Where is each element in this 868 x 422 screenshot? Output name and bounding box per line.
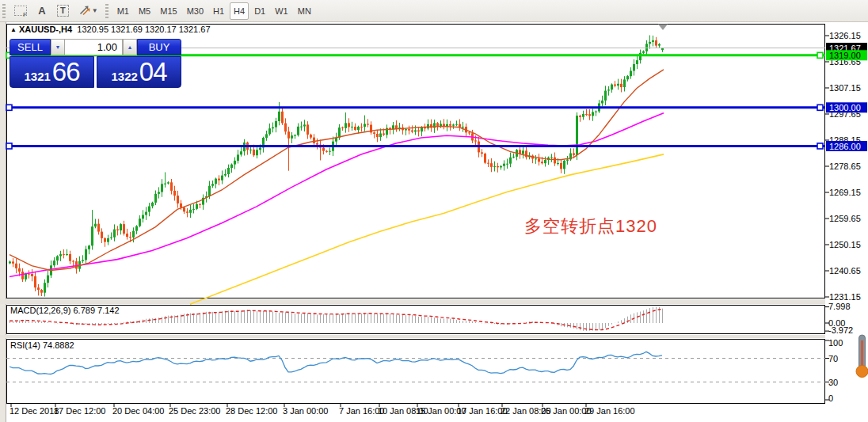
volume-decrease-button[interactable]: ▼: [51, 39, 65, 55]
svg-text:1269.15: 1269.15: [829, 188, 861, 197]
sell-price-button[interactable]: 1321 66: [10, 56, 94, 88]
ohlc-values: 1320.95 1321.69 1320.17 1321.67: [77, 25, 210, 34]
svg-text:20 Dec 04:00: 20 Dec 04:00: [112, 406, 164, 416]
timeframe-button-h4[interactable]: H4: [230, 2, 249, 20]
svg-text:12 Dec 2018: 12 Dec 2018: [10, 406, 59, 416]
svg-text:1286.00: 1286.00: [829, 142, 861, 151]
symbol-ohlc-header: ▲XAUUSD-,H4 1320.95 1321.69 1320.17 1321…: [10, 25, 211, 34]
timeframe-button-m15[interactable]: M15: [156, 2, 181, 20]
textbox-button[interactable]: T: [53, 2, 73, 20]
fibonacci-grid-icon: F: [14, 6, 27, 16]
timeframe-button-d1[interactable]: D1: [250, 2, 269, 20]
collapse-panel-icon[interactable]: ▲: [10, 26, 17, 33]
svg-text:1259.65: 1259.65: [829, 214, 861, 223]
fibonacci-grid-button[interactable]: F: [10, 2, 31, 20]
svg-text:25 Dec 23:00: 25 Dec 23:00: [169, 406, 220, 416]
volume-increase-button[interactable]: ▲: [123, 39, 137, 55]
timeframe-button-w1[interactable]: W1: [271, 2, 292, 20]
time-axis: 12 Dec 201817 Dec 12:0020 Dec 04:0025 De…: [10, 404, 635, 416]
toolbar: F A T ▼ M1M5M15M30H1H4D1W1MN: [0, 0, 868, 22]
svg-text:7.998: 7.998: [828, 302, 851, 311]
textbox-icon: T: [57, 5, 69, 17]
macd-label: MACD(12,26,9) 6.789 7.142: [10, 306, 120, 315]
timeframe-button-m30[interactable]: M30: [183, 2, 207, 20]
buy-button[interactable]: BUY: [137, 39, 181, 55]
bid-price-big: 66: [52, 59, 80, 85]
svg-text:1240.65: 1240.65: [829, 266, 861, 276]
svg-text:100: 100: [828, 338, 843, 348]
label-a-icon: A: [38, 5, 45, 17]
svg-text:28 Dec 12:00: 28 Dec 12:00: [226, 406, 277, 416]
arrows-icon: [78, 4, 90, 17]
svg-text:0: 0: [828, 393, 833, 403]
timeframe-button-mn[interactable]: MN: [294, 2, 315, 20]
arrows-button[interactable]: ▼: [74, 2, 102, 20]
symbol-label: XAUUSD-,H4: [19, 25, 72, 34]
chart-annotation-text: 多空转折点1320: [524, 215, 657, 238]
svg-text:70: 70: [828, 354, 838, 363]
one-click-trading-panel: SELL ▼ ▲ BUY 1321 66 1322 04: [10, 39, 181, 88]
toolbar-grip[interactable]: [2, 4, 6, 18]
svg-text:1307.15: 1307.15: [829, 83, 861, 93]
buy-price-button[interactable]: 1322 04: [97, 56, 181, 88]
mt4-window: 1326.151316.651307.151297.651288.151278.…: [0, 0, 868, 422]
chevron-down-icon: ▼: [92, 7, 98, 14]
svg-text:30: 30: [828, 378, 838, 387]
svg-text:1231.15: 1231.15: [829, 292, 861, 302]
svg-text:17 Dec 12:00: 17 Dec 12:00: [54, 406, 105, 416]
timeframe-toolbar: M1M5M15M30H1H4D1W1MN: [112, 2, 316, 20]
svg-text:1300.00: 1300.00: [829, 103, 861, 112]
ask-price-big: 04: [139, 59, 167, 85]
svg-text:1250.15: 1250.15: [829, 240, 861, 249]
svg-text:3 Jan 00:00: 3 Jan 00:00: [283, 406, 329, 416]
svg-text:1326.15: 1326.15: [829, 31, 861, 40]
timeframe-button-h1[interactable]: H1: [209, 2, 228, 20]
timeframe-button-m5[interactable]: M5: [135, 2, 154, 20]
svg-text:-3.972: -3.972: [828, 325, 853, 335]
bid-price-small: 1321: [24, 70, 50, 82]
volume-input[interactable]: [65, 39, 123, 55]
timeframe-button-m1[interactable]: M1: [113, 2, 133, 20]
sell-button[interactable]: SELL: [10, 39, 51, 55]
toolbar-grip[interactable]: [105, 4, 108, 18]
ask-price-small: 1322: [111, 70, 137, 82]
svg-text:29 Jan 16:00: 29 Jan 16:00: [584, 406, 635, 416]
rsi-label: RSI(14) 74.8882: [10, 340, 74, 350]
svg-text:1278.65: 1278.65: [829, 162, 861, 171]
svg-text:1319.00: 1319.00: [829, 51, 861, 60]
label-a-button[interactable]: A: [32, 2, 51, 20]
